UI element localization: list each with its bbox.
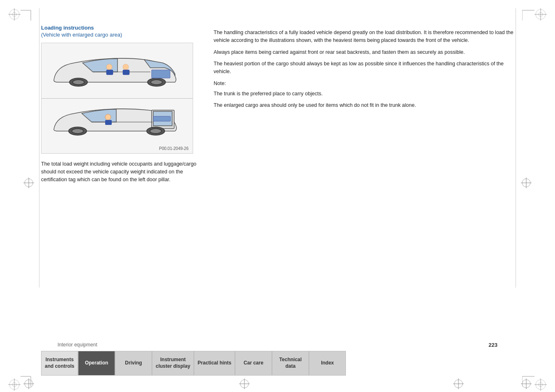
tab-instruments[interactable]: Instrumentsand controls <box>41 351 78 376</box>
right-column: The handling characteristics of a fully … <box>214 25 514 334</box>
bottom-mid-left-cross <box>238 378 251 391</box>
page-number: 223 <box>488 342 497 348</box>
tab-car-care[interactable]: Car care <box>235 351 272 376</box>
loading-body-text: The total load weight including vehicle … <box>41 160 197 183</box>
illustration-divider <box>41 98 193 99</box>
tab-index[interactable]: Index <box>309 351 346 376</box>
illustration-label: P00.01-2049-26 <box>159 146 189 151</box>
nav-tabs: Instrumentsand controls Operation Drivin… <box>41 351 514 376</box>
svg-point-34 <box>150 129 161 134</box>
page-info: Interior equipment 223 <box>0 339 555 351</box>
right-para-note1: The trunk is the preferred place to carr… <box>214 90 514 98</box>
note-label: Note: <box>214 80 514 88</box>
bottom-border-row <box>0 376 555 392</box>
right-para-3: The heaviest portion of the cargo should… <box>214 60 514 76</box>
svg-rect-24 <box>106 70 113 75</box>
svg-rect-26 <box>123 70 129 75</box>
bottom-mid-right-cross <box>452 378 465 391</box>
left-column: Loading instructions (Vehicle with enlar… <box>41 25 197 334</box>
corner-mark-bl <box>8 374 33 392</box>
svg-point-20 <box>73 80 84 85</box>
svg-point-23 <box>106 64 112 70</box>
right-para-2: Always place items being carried against… <box>214 48 514 56</box>
right-border-line <box>516 8 516 288</box>
section-label: Interior equipment <box>58 342 488 348</box>
corner-mark-tl <box>8 8 33 33</box>
loading-subtitle: (Vehicle with enlarged cargo area) <box>41 32 197 38</box>
main-content: Loading instructions (Vehicle with enlar… <box>41 25 514 334</box>
tab-practical-hints[interactable]: Practical hints <box>194 351 235 376</box>
tab-technical-data[interactable]: Technicaldata <box>272 351 309 376</box>
right-para-note2: The enlarged cargo area should only be u… <box>214 101 514 109</box>
svg-rect-27 <box>152 70 170 78</box>
tab-driving[interactable]: Driving <box>115 351 152 376</box>
illustration-box: P00.01-2049-26 <box>41 43 193 154</box>
tab-instrument-cluster[interactable]: Instrumentcluster display <box>152 351 194 376</box>
svg-rect-37 <box>153 116 170 121</box>
svg-point-35 <box>105 114 111 120</box>
corner-mark-tr <box>522 8 547 33</box>
left-mid-cross <box>23 177 35 190</box>
svg-point-25 <box>123 64 129 70</box>
svg-point-22 <box>151 80 162 85</box>
bottom-bar: Interior equipment 223 Instrumentsand co… <box>0 339 555 392</box>
right-para-1: The handling characteristics of a fully … <box>214 29 514 44</box>
tab-operation[interactable]: Operation <box>78 351 115 376</box>
svg-point-32 <box>72 129 83 134</box>
left-border-line <box>39 8 39 288</box>
car-illustration-bottom <box>46 100 189 143</box>
right-mid-cross <box>520 177 532 190</box>
car-illustration-top <box>46 47 189 95</box>
svg-rect-36 <box>105 120 112 125</box>
corner-mark-br <box>522 374 547 392</box>
loading-title: Loading instructions <box>41 25 197 31</box>
